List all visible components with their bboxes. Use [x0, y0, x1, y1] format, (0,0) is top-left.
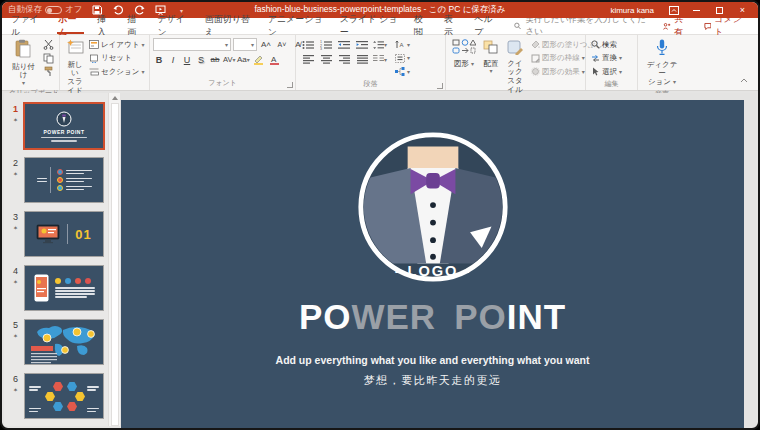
tab-design[interactable]: デザイン: [150, 18, 197, 34]
align-left-icon[interactable]: [301, 53, 315, 66]
slide-number: 5: [13, 320, 18, 330]
increase-font-icon[interactable]: A˄: [259, 38, 273, 51]
tab-review[interactable]: 校閲: [407, 18, 437, 34]
tab-transitions[interactable]: 画面切り替え: [198, 18, 261, 34]
logo-bowtie-knot: [426, 173, 440, 189]
line-spacing-icon[interactable]: ▾: [373, 38, 387, 51]
slide-subtitle-en: Add up everything what you like and ever…: [121, 354, 744, 366]
close-button[interactable]: ×: [733, 3, 752, 17]
text-shadow-button[interactable]: S: [195, 55, 207, 65]
section-button[interactable]: セクション▾: [87, 65, 146, 78]
new-slide-icon: [66, 39, 84, 59]
find-icon: [591, 40, 600, 49]
shape-effects-icon: [531, 67, 540, 76]
shape-outline-icon: [531, 54, 540, 63]
logo-text: - LOGO -: [394, 263, 470, 279]
scroll-up-icon[interactable]: [110, 93, 120, 102]
tab-draw[interactable]: 描画: [120, 18, 150, 34]
slide-thumbnail-panel: 1 ✶ POWER POINT 2 ✶: [4, 93, 108, 426]
change-case-button[interactable]: Aa▾: [237, 55, 249, 64]
align-center-icon[interactable]: [319, 53, 333, 66]
svg-text:A: A: [400, 42, 404, 48]
text-direction-icon: A: [395, 40, 405, 49]
ribbon-display-options-icon[interactable]: [664, 3, 683, 17]
highlight-color-icon[interactable]: [251, 53, 265, 66]
replace-button[interactable]: 置換▾: [589, 52, 624, 65]
find-button[interactable]: 検索: [589, 38, 624, 51]
italic-button[interactable]: I: [167, 55, 179, 65]
layout-icon: [89, 40, 99, 49]
replace-icon: [591, 54, 600, 63]
strikethrough-button[interactable]: ab: [209, 55, 221, 64]
paste-button[interactable]: 貼り付け ▾: [7, 37, 40, 88]
align-right-icon[interactable]: [337, 53, 351, 66]
group-label-editing: 編集: [589, 79, 634, 91]
character-spacing-button[interactable]: AV▾: [223, 55, 235, 64]
copy-icon[interactable]: [40, 52, 56, 65]
underline-button[interactable]: U: [181, 55, 193, 65]
increase-indent-icon[interactable]: [355, 38, 369, 51]
tell-me-search[interactable]: 実行したい作業を入力してください: [506, 18, 657, 34]
thumbnail-row-5: 5 ✶: [7, 319, 108, 365]
bold-button[interactable]: B: [153, 55, 165, 65]
layout-button[interactable]: レイアウト▾: [87, 38, 146, 51]
font-name-combo[interactable]: ▾: [153, 38, 231, 51]
justify-icon[interactable]: [355, 53, 369, 66]
tab-file[interactable]: ファイル: [4, 18, 51, 34]
slide-thumbnail-5[interactable]: [24, 319, 104, 365]
slide-thumbnail-2[interactable]: [24, 157, 104, 203]
tab-view[interactable]: 表示: [437, 18, 467, 34]
tab-insert[interactable]: 挿入: [90, 18, 120, 34]
undo-icon[interactable]: [112, 5, 124, 16]
arrange-button[interactable]: 配置 ▾: [479, 37, 503, 76]
shapes-button[interactable]: 図形 ▾: [449, 37, 479, 70]
thumbnail-row-6: 6 ✶: [7, 373, 108, 419]
slide-thumbnail-4[interactable]: [24, 265, 104, 311]
bullets-icon[interactable]: [301, 38, 315, 51]
animation-star-icon: ✶: [13, 332, 18, 339]
select-button[interactable]: 選択▾: [589, 65, 624, 78]
restore-button[interactable]: [710, 3, 729, 17]
smartart-icon: [395, 67, 405, 76]
font-dialog-launcher[interactable]: [287, 82, 293, 88]
section-icon: [89, 67, 99, 76]
group-drawing: 図形 ▾ 配置 ▾ クイック スタイル ▾: [446, 35, 586, 90]
current-slide[interactable]: - LOGO - POWERPOINT Add up everything wh…: [121, 100, 744, 430]
tab-help[interactable]: ヘルプ: [467, 18, 506, 34]
slide-thumbnail-3[interactable]: 01: [24, 211, 104, 257]
dictate-button[interactable]: ディクテー ション ▾: [641, 37, 683, 89]
paragraph-dialog-launcher[interactable]: [437, 83, 443, 89]
select-icon: [591, 67, 600, 76]
font-size-combo[interactable]: ▾: [233, 38, 257, 51]
columns-icon[interactable]: ▾: [373, 53, 387, 66]
decrease-indent-icon[interactable]: [337, 38, 351, 51]
scrollbar-thumb[interactable]: [111, 103, 119, 426]
cut-icon[interactable]: [40, 38, 56, 51]
slide-number: 6: [13, 374, 18, 384]
ribbon-tabs: ファイル ホーム 挿入 描画 デザイン 画面切り替え アニメーション スライド …: [2, 18, 758, 35]
thumbnail-row-1: 1 ✶ POWER POINT: [7, 103, 108, 149]
align-text-button[interactable]: ▾: [393, 52, 412, 65]
mini-chapter-number: 01: [75, 227, 91, 242]
decrease-font-icon[interactable]: A˅: [275, 38, 289, 51]
slide-canvas-area: - LOGO - POWERPOINT Add up everything wh…: [120, 93, 756, 426]
slide-title: POWERPOINT: [121, 297, 744, 337]
numbering-icon[interactable]: 123: [319, 38, 333, 51]
minimize-button[interactable]: [687, 3, 706, 17]
convert-smartart-button[interactable]: ▾: [393, 65, 412, 78]
account-user-name[interactable]: kimura kana: [610, 6, 654, 15]
tab-slideshow[interactable]: スライド ショー: [333, 18, 407, 34]
tab-home[interactable]: ホーム: [51, 18, 90, 34]
collapse-ribbon-icon[interactable]: [740, 69, 748, 87]
tab-animations[interactable]: アニメーション: [261, 18, 333, 34]
group-clipboard: 貼り付け ▾ クリップボード: [4, 35, 60, 90]
font-color-icon[interactable]: A: [267, 53, 281, 66]
text-direction-button[interactable]: A▾: [393, 38, 412, 51]
slide-thumbnail-1[interactable]: POWER POINT: [24, 103, 104, 149]
format-painter-icon[interactable]: [40, 65, 56, 78]
thumbnail-row-2: 2 ✶: [7, 157, 108, 203]
reset-button[interactable]: リセット: [87, 52, 146, 65]
thumbnail-scrollbar[interactable]: [108, 93, 120, 426]
slide-thumbnail-6[interactable]: [24, 373, 104, 419]
logo-emblem: - LOGO -: [355, 129, 511, 289]
